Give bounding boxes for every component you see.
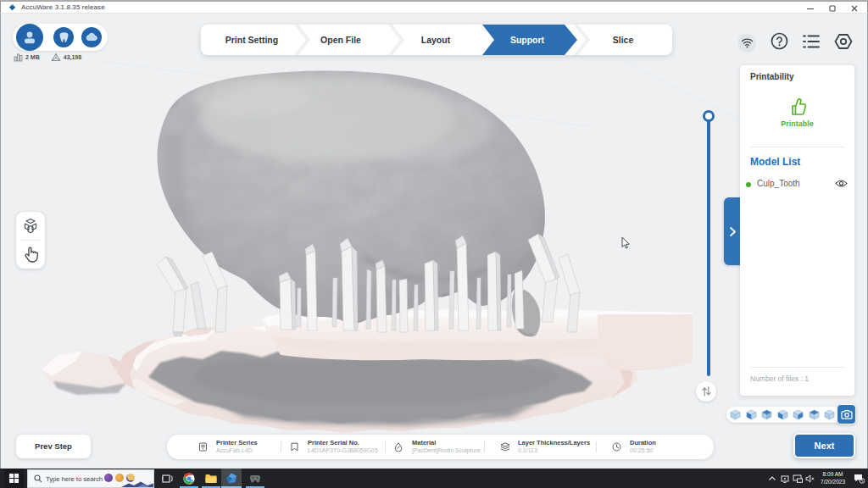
print-info-bar: Printer Series AccuFab-L4D Printer Seria… [167,435,714,459]
tooth-library-icon[interactable] [53,27,74,47]
info-value: AccuFab-L4D [216,447,253,453]
info-separator [385,441,386,452]
visibility-eye-icon[interactable] [835,179,848,188]
model-list-item[interactable]: Culp_Tooth [740,175,854,192]
layer-slider-knob[interactable] [703,110,715,122]
left-toolbar [16,212,45,269]
sort-direction-button[interactable] [696,381,716,402]
chevron-up-icon [769,476,776,480]
top-right-icons [737,32,853,53]
info-separator [596,441,597,452]
app-logo-icon [8,3,16,11]
model-stats: 2 MB 43,198 [14,53,81,62]
file-explorer-button[interactable] [201,469,221,488]
info-value: 0.1/113 [518,447,537,453]
droplet-icon [394,442,403,452]
view-top-icon[interactable] [809,409,820,420]
close-button[interactable] [843,2,865,14]
game-bar-icon [249,474,261,484]
triangle-count-stat: 43,198 [51,53,81,62]
start-button[interactable] [4,469,24,488]
info-separator [484,441,485,452]
clock-date: 7/20/2023 [821,479,845,485]
wifi-icon [741,37,754,48]
app-button[interactable] [245,469,265,488]
printable-status: Printable [740,119,854,128]
view-iso-icon[interactable] [730,409,741,420]
up-down-arrows-icon [702,386,711,396]
mesh-size-icon [14,53,23,62]
view-front-icon[interactable] [746,409,757,420]
tray-display-button[interactable] [778,469,791,488]
step-print-setting[interactable]: Print Setting [209,25,294,55]
files-count: Number of files : 1 [750,374,809,383]
window-title: AccuWare 3.1.8.35 release [21,3,105,11]
layers-icon [500,442,510,452]
file-size-value: 2 MB [25,54,40,60]
panel-divider-bottom [750,367,845,368]
display-cast-icon [781,474,789,483]
view-back-icon[interactable] [761,409,772,420]
panel-title: Printability [750,72,794,81]
split-model-button[interactable] [22,212,39,240]
accuware-app-button[interactable] [221,469,242,488]
task-list-button[interactable] [803,34,820,53]
view-bottom-icon[interactable] [824,409,835,420]
cloud-icon[interactable] [81,27,102,47]
help-button[interactable] [771,32,788,53]
minimize-button[interactable] [799,2,821,14]
step-slice[interactable]: Slice [584,25,662,55]
window-controls [799,2,865,14]
step-open-file[interactable]: Open File [303,25,379,55]
info-value: [PacDent]Rodin Sculpture [412,447,481,453]
action-center-button[interactable] [849,469,868,488]
step-support[interactable]: Support [489,25,565,55]
panel-collapse-tab[interactable] [724,197,742,265]
maximize-button[interactable] [821,2,843,14]
task-view-icon [162,474,173,484]
network-icon [793,474,803,483]
next-button[interactable]: Next [793,433,855,458]
chrome-app-button[interactable] [179,469,199,488]
tray-network-button[interactable] [791,469,804,488]
speaker-muted-icon [805,474,815,483]
pick-tool-button[interactable] [24,241,38,269]
wifi-button[interactable] [737,34,756,53]
app-window: 2 MB 43,198 Print Setting Open File Layo… [0,14,868,469]
info-label: Layer Thickness/Layers [518,439,590,446]
printer-icon [198,442,208,452]
info-label: Duration [630,439,656,446]
panel-divider [750,147,845,147]
screenshot-button[interactable] [837,404,856,424]
system-tray: 8:09 AM 7/20/2023 [765,469,868,488]
view-right-icon[interactable] [793,409,804,420]
tray-expand-button[interactable] [765,469,778,488]
search-icon [34,474,42,483]
info-label: Printer Serial No. [308,439,359,446]
taskbar-search[interactable]: Type here to search [27,469,154,488]
prev-step-button[interactable]: Prev Step [16,435,91,458]
model-status-dot [746,182,751,187]
user-account-icon[interactable] [16,24,43,51]
step-layout[interactable]: Layout [394,25,477,55]
task-view-button[interactable] [157,469,177,488]
tray-volume-button[interactable] [804,469,816,488]
cube-parts-icon [22,218,39,235]
layer-slider-track[interactable] [707,116,710,376]
taskbar-clock[interactable]: 8:09 AM 7/20/2023 [821,471,845,485]
action-center-icon [854,474,865,484]
screen: AccuWare 3.1.8.35 release [0,0,868,488]
chevron-right-icon [730,227,736,236]
info-label: Material [412,439,436,446]
view-left-icon[interactable] [777,409,788,420]
taskbar: Type here to search [0,469,868,488]
view-orientation-bar [726,407,854,423]
search-placeholder: Type here to search [46,475,103,483]
titlebar: AccuWare 3.1.8.35 release [0,0,868,14]
settings-button[interactable] [834,33,853,53]
model-name: Culp_Tooth [757,179,800,188]
account-pill [13,24,108,51]
mouse-cursor [622,237,629,248]
info-label: Printer Series [216,439,258,446]
clock-time: 8:09 AM [821,471,845,478]
